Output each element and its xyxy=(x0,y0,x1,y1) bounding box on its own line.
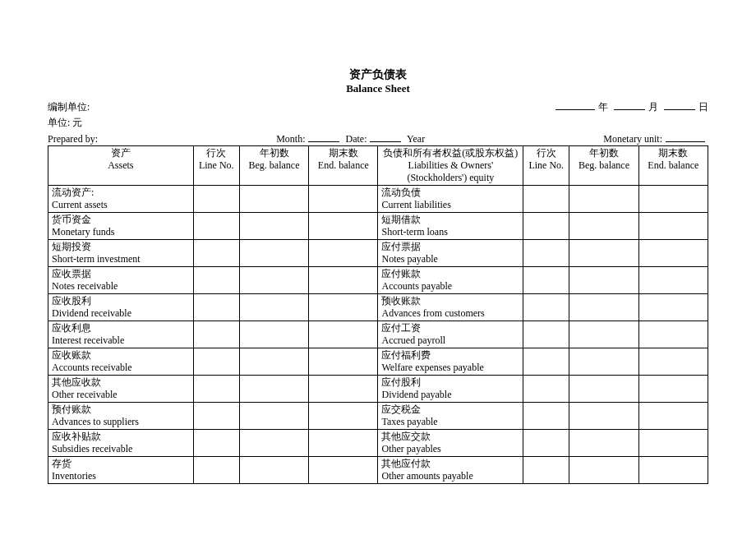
end-balance-cell-r xyxy=(638,403,708,430)
end-balance-cell-r xyxy=(638,186,708,213)
table-row: 流动资产:Current assets流动负债Current liabiliti… xyxy=(48,186,708,213)
liab-cn: 预收账款 xyxy=(381,295,519,307)
header-row: 资产Assets 行次Line No. 年初数Beg. balance 期末数E… xyxy=(48,146,708,186)
balance-sheet-table: 资产Assets 行次Line No. 年初数Beg. balance 期末数E… xyxy=(48,145,708,484)
liab-cell: 其他应交款Other payables xyxy=(378,430,523,457)
liab-cn: 其他应付款 xyxy=(381,458,519,470)
title-en: Balance Sheet xyxy=(48,82,708,95)
day-blank xyxy=(664,101,695,110)
end-balance-cell-r xyxy=(638,294,708,321)
beg-balance-cell xyxy=(239,240,308,267)
monetary-unit: Monetary unit: xyxy=(603,133,708,145)
liab-cell: 短期借款Short-term loans xyxy=(378,213,523,240)
liab-cell: 预收账款Advances from customers xyxy=(378,294,523,321)
asset-en: Interest receivable xyxy=(52,334,190,347)
liab-cell: 应付工资Accrued payroll xyxy=(378,321,523,348)
liab-cn: 应付账款 xyxy=(381,268,519,280)
beg-balance-cell-r xyxy=(569,321,638,348)
h-liab-cn: 负债和所有者权益(或股东权益) xyxy=(381,147,519,159)
line-no-cell xyxy=(193,240,239,267)
asset-cn: 应收股利 xyxy=(52,295,190,307)
title-cn: 资产负债表 xyxy=(48,67,708,82)
liab-en: Welfare expenses payable xyxy=(381,362,519,374)
h-end-en-1: End. balance xyxy=(312,159,374,172)
asset-cn: 流动资产: xyxy=(52,187,190,199)
asset-cell: 预付账款Advances to suppliers xyxy=(48,403,194,430)
h-liab-en: Liabilities & Owners' (Stockholders') eq… xyxy=(381,159,519,184)
month-en-label: Month: xyxy=(276,133,305,145)
asset-en: Current assets xyxy=(52,199,190,211)
line-no-cell xyxy=(193,457,239,484)
line-no-cell-r xyxy=(523,403,569,430)
h-end-2: 期末数End. balance xyxy=(638,146,708,186)
prepared-by-label: Prepared by: xyxy=(48,133,98,145)
liab-cn: 应付股利 xyxy=(381,376,519,389)
beg-balance-cell-r xyxy=(569,403,638,430)
h-beg-cn-2: 年初数 xyxy=(573,147,634,159)
asset-cell: 应收补贴款Subsidies receivable xyxy=(48,430,194,457)
liab-cn: 应付福利费 xyxy=(381,349,519,362)
liab-cn: 应付票据 xyxy=(381,241,519,253)
beg-balance-cell xyxy=(239,294,308,321)
table-row: 存货Inventories其他应付款Other amounts payable xyxy=(48,457,708,484)
asset-cell: 存货Inventories xyxy=(48,457,194,484)
prep-unit-label: 编制单位: xyxy=(48,100,90,114)
beg-balance-cell xyxy=(239,457,308,484)
liab-en: Notes payable xyxy=(381,253,519,265)
asset-cell: 流动资产:Current assets xyxy=(48,186,194,213)
asset-en: Accounts receivable xyxy=(52,362,190,374)
monetary-unit-label: Monetary unit: xyxy=(603,133,662,145)
table-row: 其他应收款Other receivable应付股利Dividend payabl… xyxy=(48,376,708,403)
month-blank xyxy=(614,101,645,110)
table-row: 应收股利Dividend receivable预收账款Advances from… xyxy=(48,294,708,321)
liab-en: Dividend payable xyxy=(381,389,519,401)
beg-balance-cell xyxy=(239,403,308,430)
h-end-cn-2: 期末数 xyxy=(643,147,704,159)
liab-en: Current liabilities xyxy=(381,199,519,211)
h-line-cn-1: 行次 xyxy=(197,147,236,159)
line-no-cell-r xyxy=(523,348,569,376)
table-row: 应收账款Accounts receivable应付福利费Welfare expe… xyxy=(48,348,708,376)
line-no-cell-r xyxy=(523,430,569,457)
h-assets-cn: 资产 xyxy=(52,147,190,159)
liab-cell: 应付福利费Welfare expenses payable xyxy=(378,348,523,376)
beg-balance-cell-r xyxy=(569,457,638,484)
end-balance-cell xyxy=(309,186,378,213)
beg-balance-cell-r xyxy=(569,213,638,240)
asset-cell: 其他应收款Other receivable xyxy=(48,376,194,403)
asset-en: Short-term investment xyxy=(52,253,190,265)
meta-line-2: 单位: 元 xyxy=(48,116,708,130)
line-no-cell xyxy=(193,213,239,240)
beg-balance-cell-r xyxy=(569,348,638,376)
table-row: 应收票据Notes receivable应付账款Accounts payable xyxy=(48,267,708,294)
line-no-cell-r xyxy=(523,376,569,403)
end-balance-cell-r xyxy=(638,376,708,403)
end-balance-cell xyxy=(309,403,378,430)
table-row: 货币资金Monetary funds短期借款Short-term loans xyxy=(48,213,708,240)
liab-cell: 应交税金Taxes payable xyxy=(378,403,523,430)
asset-en: Inventories xyxy=(52,470,190,482)
h-line-2: 行次Line No. xyxy=(523,146,569,186)
beg-balance-cell-r xyxy=(569,267,638,294)
asset-cn: 应收票据 xyxy=(52,268,190,280)
h-assets: 资产Assets xyxy=(48,146,194,186)
liab-en: Accounts payable xyxy=(381,280,519,293)
line-no-cell xyxy=(193,294,239,321)
table-row: 应收补贴款Subsidies receivable其他应交款Other paya… xyxy=(48,430,708,457)
asset-cell: 应收股利Dividend receivable xyxy=(48,294,194,321)
asset-cn: 预付账款 xyxy=(52,404,190,416)
line-no-cell-r xyxy=(523,267,569,294)
asset-cn: 应收补贴款 xyxy=(52,431,190,443)
asset-cn: 应收账款 xyxy=(52,349,190,362)
asset-cell: 应收账款Accounts receivable xyxy=(48,348,194,376)
beg-balance-cell xyxy=(239,213,308,240)
end-balance-cell xyxy=(309,430,378,457)
h-liab: 负债和所有者权益(或股东权益)Liabilities & Owners' (St… xyxy=(378,146,523,186)
line-no-cell-r xyxy=(523,213,569,240)
liab-cn: 流动负债 xyxy=(381,187,519,199)
h-end-1: 期末数End. balance xyxy=(309,146,378,186)
end-balance-cell-r xyxy=(638,321,708,348)
h-beg-cn-1: 年初数 xyxy=(243,147,305,159)
h-assets-en: Assets xyxy=(52,159,190,172)
h-beg-en-1: Beg. balance xyxy=(243,159,305,172)
